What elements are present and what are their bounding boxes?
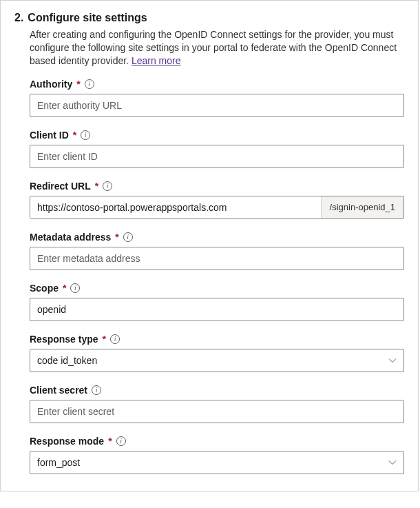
field-metadata-address: Metadata address * i <box>30 232 404 270</box>
configure-site-settings-panel: 2. Configure site settings After creatin… <box>0 0 419 491</box>
step-number: 2. <box>14 12 23 24</box>
field-client-id: Client ID * i <box>30 130 404 168</box>
response-mode-value: form_post <box>37 457 80 468</box>
client-secret-input[interactable] <box>30 400 404 423</box>
step-header: 2. Configure site settings <box>14 12 404 24</box>
required-indicator: * <box>73 130 76 141</box>
label-row: Client secret i <box>30 385 404 396</box>
required-indicator: * <box>76 79 80 90</box>
response-type-dropdown[interactable]: code id_token <box>30 349 404 372</box>
chevron-down-icon <box>388 458 397 467</box>
intro-text: After creating and configuring the OpenI… <box>30 28 404 68</box>
response-type-value: code id_token <box>37 355 97 366</box>
client-id-input[interactable] <box>30 145 404 168</box>
required-indicator: * <box>115 232 118 243</box>
info-icon[interactable]: i <box>123 232 133 242</box>
label-row: Scope * i <box>30 283 404 294</box>
scope-input[interactable] <box>30 298 404 321</box>
chevron-down-icon <box>388 356 397 365</box>
field-redirect-url: Redirect URL * i /signin-openid_1 <box>30 181 404 219</box>
label-row: Redirect URL * i <box>30 181 404 192</box>
label-row: Response type * i <box>30 334 404 345</box>
authority-label: Authority <box>30 79 72 90</box>
redirect-url-input[interactable] <box>30 196 321 219</box>
scope-label: Scope <box>30 283 59 294</box>
label-row: Metadata address * i <box>30 232 404 243</box>
field-scope: Scope * i <box>30 283 404 321</box>
redirect-url-suffix: /signin-openid_1 <box>321 196 403 219</box>
field-authority: Authority * i <box>30 79 404 117</box>
info-icon[interactable]: i <box>116 436 126 446</box>
required-indicator: * <box>63 283 66 294</box>
info-icon[interactable]: i <box>103 181 112 191</box>
info-icon[interactable]: i <box>92 385 101 395</box>
info-icon[interactable]: i <box>70 283 80 293</box>
step-title: Configure site settings <box>28 12 147 24</box>
client-id-label: Client ID <box>30 130 69 141</box>
info-icon[interactable]: i <box>85 79 94 89</box>
label-row: Response mode * i <box>30 436 404 447</box>
metadata-address-label: Metadata address <box>30 232 111 243</box>
response-type-label: Response type <box>30 334 98 345</box>
field-client-secret: Client secret i <box>30 385 404 423</box>
learn-more-link[interactable]: Learn more <box>132 55 181 66</box>
authority-input[interactable] <box>30 94 404 117</box>
response-mode-dropdown[interactable]: form_post <box>30 451 404 474</box>
response-mode-label: Response mode <box>30 436 104 447</box>
required-indicator: * <box>95 181 98 192</box>
field-response-mode: Response mode * i form_post <box>30 436 404 474</box>
metadata-address-input[interactable] <box>30 247 404 270</box>
label-row: Client ID * i <box>30 130 404 141</box>
field-response-type: Response type * i code id_token <box>30 334 404 372</box>
intro-body: After creating and configuring the OpenI… <box>30 29 397 66</box>
label-row: Authority * i <box>30 79 404 90</box>
required-indicator: * <box>103 334 106 345</box>
info-icon[interactable]: i <box>110 334 120 344</box>
redirect-url-input-wrap: /signin-openid_1 <box>30 196 404 219</box>
client-secret-label: Client secret <box>30 385 87 396</box>
form-area: Authority * i Client ID * i Redirect URL… <box>30 79 404 474</box>
required-indicator: * <box>108 436 112 447</box>
info-icon[interactable]: i <box>81 130 90 140</box>
redirect-url-label: Redirect URL <box>30 181 91 192</box>
